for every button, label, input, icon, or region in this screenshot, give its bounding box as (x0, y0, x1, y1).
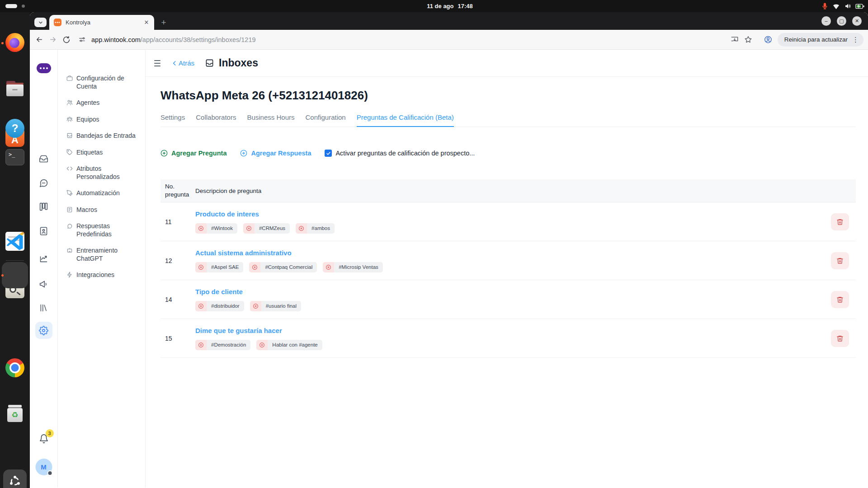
back-label: Atrás (179, 59, 194, 67)
tag-chip: #Microsip Ventas (323, 262, 383, 272)
sidebar-item-teams[interactable]: Equipos (66, 116, 141, 124)
campaigns-rail-icon[interactable] (35, 275, 52, 292)
sidebar-item-inboxes[interactable]: Bandejas de Entrada (66, 132, 141, 140)
delete-question-button[interactable] (831, 330, 849, 347)
tab-business-hours[interactable]: Business Hours (247, 113, 294, 121)
desktop: 11 de ago 17:48 A ? >_ ♻ (0, 0, 868, 488)
tag-chip: #Contpaq Comercial (249, 262, 317, 272)
show-apps-icon[interactable] (3, 469, 27, 488)
app-logo[interactable] (37, 63, 51, 73)
delete-question-button[interactable] (831, 213, 849, 230)
plus-circle-icon (240, 150, 247, 157)
page-title: Inboxes (205, 57, 258, 69)
remove-tag-icon[interactable] (323, 262, 334, 272)
install-app-icon[interactable] (728, 33, 741, 47)
remove-tag-icon[interactable] (195, 340, 207, 350)
trash-icon[interactable]: ♻ (5, 405, 24, 424)
sidebar-item-chatgpt-training[interactable]: Entrenamiento ChatGPT (66, 247, 141, 263)
vscode-icon[interactable] (5, 233, 24, 252)
remove-tag-icon[interactable] (250, 301, 261, 311)
help-icon[interactable]: ? (5, 119, 24, 138)
sidebar-item-macros[interactable]: Macros (66, 206, 141, 214)
question-link[interactable]: Actual sistema administrativo (195, 249, 831, 257)
chrome-icon[interactable] (5, 358, 24, 377)
back-button[interactable] (33, 33, 46, 47)
bookmark-star-icon[interactable] (741, 33, 755, 47)
question-link[interactable]: Producto de interes (195, 210, 831, 218)
delete-question-button[interactable] (831, 252, 849, 269)
new-tab-button[interactable]: + (158, 16, 170, 28)
address-bar[interactable]: app.wintook.com/app/accounts/38/settings… (91, 36, 256, 43)
activate-checkbox[interactable] (325, 150, 332, 157)
tab-close-icon[interactable]: ✕ (142, 19, 151, 27)
sidebar-item-automation[interactable]: Automatización (66, 189, 141, 197)
conversations-rail-icon[interactable] (35, 174, 52, 192)
question-link[interactable]: Tipo de cliente (195, 288, 831, 296)
reload-button[interactable] (60, 33, 73, 47)
tab-configuration[interactable]: Configuration (305, 113, 345, 121)
files-icon[interactable] (5, 80, 24, 99)
question-link[interactable]: Dime que te gustaría hacer (195, 327, 831, 334)
remove-tag-icon[interactable] (256, 340, 268, 350)
tab-collaborators[interactable]: Collaborators (196, 113, 236, 121)
remove-tag-icon[interactable] (195, 301, 207, 311)
system-clock[interactable]: 11 de ago 17:48 (0, 0, 868, 12)
remove-tag-icon[interactable] (195, 223, 207, 234)
reports-rail-icon[interactable] (35, 249, 52, 267)
questions-table: No. pregunta Descripcion de pregunta 11 … (160, 179, 856, 358)
restart-to-update-button[interactable]: Reinicia para actualizar ⋮ (778, 33, 863, 47)
hamburger-icon[interactable] (152, 58, 162, 68)
remove-tag-icon[interactable] (243, 223, 255, 234)
tag-chip: Hablar con #agente (256, 340, 322, 350)
tab-settings[interactable]: Settings (160, 113, 185, 121)
kanban-rail-icon[interactable] (35, 198, 52, 215)
remove-tag-icon[interactable] (296, 223, 307, 234)
forward-button[interactable] (46, 33, 60, 47)
inbox-rail-icon[interactable] (35, 150, 52, 167)
sidebar-item-integrations[interactable]: Integraciones (66, 271, 141, 279)
add-answer-button[interactable]: Agregar Respuesta (240, 150, 311, 157)
close-button[interactable]: ✕ (852, 16, 862, 26)
tag-chip: #distribuidor (195, 301, 244, 311)
sidebar-item-labels[interactable]: Etiquetas (66, 149, 141, 157)
question-number: 15 (160, 335, 195, 342)
tab-strip: ••• Kontrolya ✕ + – ▢ ✕ (30, 12, 868, 30)
contacts-rail-icon[interactable] (35, 222, 52, 239)
help-center-rail-icon[interactable] (35, 299, 52, 316)
firefox-icon[interactable] (5, 33, 24, 52)
browser-menu-icon[interactable]: ⋮ (852, 36, 859, 43)
tab-qualification-questions[interactable]: Preguntas de Calificación (Beta) (357, 113, 454, 121)
profile-icon[interactable] (761, 33, 775, 47)
terminal-icon[interactable]: >_ (5, 149, 24, 165)
inboxes-icon (205, 59, 214, 67)
site-info-icon[interactable] (75, 33, 89, 47)
avatar[interactable]: M (35, 459, 52, 475)
browser-tab[interactable]: ••• Kontrolya ✕ (49, 15, 154, 30)
sidebar-item-agents[interactable]: Agentes (66, 99, 141, 107)
back-link[interactable]: Atrás (171, 59, 194, 67)
table-row: 12 Actual sistema administrativo #Aspel … (160, 241, 856, 280)
tab-search-button[interactable] (34, 18, 47, 27)
remove-tag-icon[interactable] (195, 262, 207, 272)
sidebar-item-account-settings[interactable]: Configuración de Cuenta (66, 75, 141, 90)
chrome-active-highlight (2, 262, 28, 288)
add-question-button[interactable]: Agregar Pregunta (160, 150, 226, 157)
sidebar-item-canned-responses[interactable]: Respuestas Predefinidas (66, 222, 141, 238)
sidebar-item-custom-attributes[interactable]: Atributos Personalizados (66, 165, 141, 181)
maximize-button[interactable]: ▢ (837, 16, 846, 26)
inbox-settings-content: WhatsApp Meta 26 (+5213121401826) Settin… (146, 77, 868, 488)
delete-question-button[interactable] (831, 291, 849, 308)
battery-charging-icon (855, 3, 864, 9)
system-tray[interactable] (821, 0, 864, 12)
minimize-button[interactable]: – (821, 16, 831, 26)
window-controls: – ▢ ✕ (821, 16, 862, 26)
microphone-active-icon (821, 2, 828, 10)
bell-icon[interactable]: 3 (39, 434, 49, 446)
settings-gear-icon[interactable] (35, 322, 52, 339)
trash-icon (836, 218, 844, 225)
kontrolya-app: 3 M Configuración de Cuenta Agentes Equi… (30, 50, 868, 488)
url-domain: app.wintook.com (91, 36, 141, 43)
tab-title: Kontrolya (66, 19, 142, 26)
remove-tag-icon[interactable] (249, 262, 260, 272)
question-number: 12 (160, 257, 195, 264)
